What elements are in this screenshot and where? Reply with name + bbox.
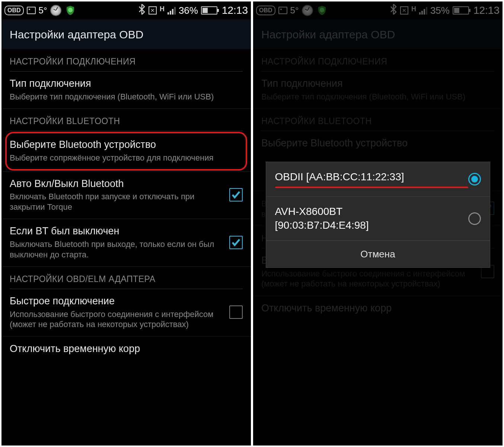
network-h-icon: H xyxy=(160,5,165,13)
picture-icon xyxy=(27,7,36,14)
dialog-scrim[interactable]: OBDII [AA:BB:CC:11:22:33] AVH-X8600BT [9… xyxy=(253,1,503,446)
item-desc: Выключать Bluetooth при выходе, только е… xyxy=(10,239,225,260)
phone-right: OBD 5° ✕ H 35% 12:13 Настрой xyxy=(253,1,503,446)
obd-notification-icon: OBD xyxy=(4,6,24,15)
close-box-icon: ✕ xyxy=(149,6,157,15)
item-title: Выберите Bluetooth устройство xyxy=(10,139,238,151)
clock-icon xyxy=(50,5,61,16)
battery-percent: 36% xyxy=(179,5,198,16)
red-underline-annotation xyxy=(275,187,468,188)
item-title: Авто Вкл/Выкл Bluetooth xyxy=(10,178,225,190)
checkbox[interactable] xyxy=(229,236,243,249)
clock-time: 12:13 xyxy=(222,4,248,16)
dialog-option-label: OBDII [AA:BB:CC:11:22:33] xyxy=(275,170,468,184)
item-desc: Выберите сопряжённое устройство для подк… xyxy=(10,153,238,163)
dialog-option-avh[interactable]: AVH-X8600BT [90:03:B7:D4:E4:98] xyxy=(266,197,490,241)
item-if-bt-was-off[interactable]: Если BT был выключен Выключать Bluetooth… xyxy=(1,219,251,267)
battery-icon xyxy=(201,6,217,15)
radio-button[interactable] xyxy=(468,212,481,225)
bluetooth-icon xyxy=(138,4,146,17)
item-title: Быстрое подключение xyxy=(10,295,225,308)
page-title: Настройки адаптера OBD xyxy=(10,28,243,41)
radio-button[interactable] xyxy=(468,173,481,186)
signal-icon xyxy=(168,6,176,15)
item-select-bluetooth-device[interactable]: Выберите Bluetooth устройство Выберите с… xyxy=(1,131,251,171)
dialog-option-obdii[interactable]: OBDII [AA:BB:CC:11:22:33] xyxy=(266,162,490,197)
dual-screenshot-container: OBD 5° ✕ H 36% 12:13 Настрой xyxy=(0,0,504,447)
checkbox[interactable] xyxy=(229,188,243,202)
status-bar: OBD 5° ✕ H 36% 12:13 xyxy=(1,1,251,19)
item-auto-bluetooth[interactable]: Авто Вкл/Выкл Bluetooth Включать Bluetoo… xyxy=(1,172,251,219)
item-title: Если BT был выключен xyxy=(10,225,225,238)
settings-list[interactable]: НАСТРОЙКИ ПОДКЛЮЧЕНИЯ Тип подключения Вы… xyxy=(1,49,251,446)
section-obd-elm: НАСТРОЙКИ OBD/ELM АДАПТЕРА xyxy=(1,267,251,289)
screen-header: Настройки адаптера OBD xyxy=(1,19,251,49)
section-connection: НАСТРОЙКИ ПОДКЛЮЧЕНИЯ xyxy=(1,49,251,71)
section-bluetooth: НАСТРОЙКИ BLUETOOTH xyxy=(1,109,251,131)
bluetooth-device-dialog: OBDII [AA:BB:CC:11:22:33] AVH-X8600BT [9… xyxy=(266,162,490,268)
item-desc: Выберите тип подключения (Bluetooth, WiF… xyxy=(10,92,238,102)
item-disable-temp-corr[interactable]: Отключить временную корр xyxy=(1,337,251,362)
item-desc: Включать Bluetooth при запуске и отключа… xyxy=(10,191,225,212)
dialog-option-name: AVH-X8600BT xyxy=(275,205,468,218)
temperature: 5° xyxy=(39,5,47,16)
item-title: Тип подключения xyxy=(10,77,238,90)
item-connection-type[interactable]: Тип подключения Выберите тип подключения… xyxy=(1,72,251,109)
dialog-option-mac: [90:03:B7:D4:E4:98] xyxy=(275,219,468,232)
phone-left: OBD 5° ✕ H 36% 12:13 Настрой xyxy=(1,1,251,446)
checkbox[interactable] xyxy=(229,305,243,319)
svg-point-0 xyxy=(68,8,73,13)
antivirus-shield-icon xyxy=(64,4,76,16)
item-fast-connection[interactable]: Быстрое подключение Использование быстро… xyxy=(1,289,251,337)
item-title: Отключить временную корр xyxy=(10,343,238,355)
item-desc: Использование быстрого соединения с инте… xyxy=(10,309,225,330)
dialog-cancel-button[interactable]: Отмена xyxy=(266,241,490,267)
